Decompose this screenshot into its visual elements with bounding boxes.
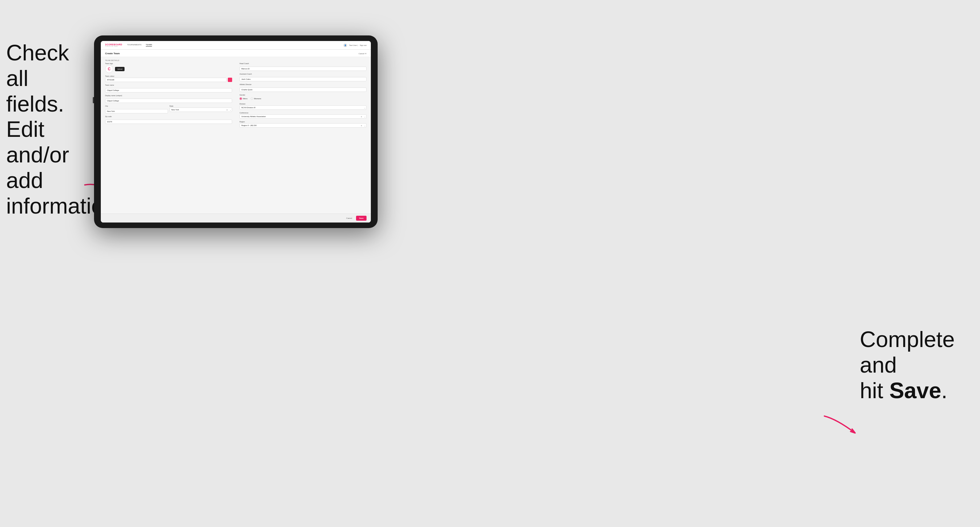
display-name-field: Display name (unique) [105, 95, 232, 103]
annotation-punct: . [941, 378, 947, 403]
assistant-coach-label: Assistant Coach [240, 73, 366, 75]
city-field: City [105, 105, 168, 113]
gender-womens-label: Womens [254, 98, 261, 100]
assistant-coach-field: Assistant Coach [240, 73, 366, 81]
state-label: State [170, 105, 232, 107]
arrow-right-icon [821, 413, 864, 438]
nav-link-teams[interactable]: TEAMS [146, 44, 152, 46]
team-colour-label: Team colour [105, 75, 232, 77]
color-swatch [228, 78, 232, 82]
radio-womens-dot [251, 97, 253, 100]
gender-radio-group: Mens Womens [240, 97, 366, 101]
region-field: Region Region II - (M) DIII ✕ ⌄ [240, 121, 366, 128]
city-state-row: City State New York ✕ ⌄ [105, 105, 232, 113]
conference-select-wrapper: University Athletic Association ✕ ⌄ [240, 114, 366, 119]
tablet-side-button [93, 97, 94, 103]
state-select[interactable]: New York [170, 108, 232, 112]
state-select-wrapper: New York ✕ ⌄ [170, 108, 232, 112]
region-label: Region [240, 121, 366, 123]
athletic-director-field: Athletic Director [240, 84, 366, 92]
team-name-input[interactable] [105, 88, 232, 92]
region-select[interactable]: Region II - (M) DIII [240, 123, 366, 128]
head-coach-label: Head Coach [240, 63, 366, 64]
gender-womens-option[interactable]: Womens [251, 97, 261, 100]
logo-area: C Upload [105, 65, 232, 73]
upload-label: Upload [117, 68, 123, 70]
gender-label: Gender [240, 94, 366, 96]
conference-field: Conference University Athletic Associati… [240, 112, 366, 119]
section-label: TEAM DETAILS [101, 57, 371, 63]
avatar: 👤 [344, 43, 347, 47]
city-input[interactable] [105, 109, 168, 113]
region-select-wrapper: Region II - (M) DIII ✕ ⌄ [240, 123, 366, 128]
form-header: Create Team Cancel ✕ [101, 49, 371, 57]
city-label: City [105, 105, 168, 107]
athletic-director-input[interactable] [240, 87, 366, 92]
sign-out-link[interactable]: Sign out [360, 44, 366, 46]
team-name-label: Team name [105, 84, 232, 86]
assistant-coach-input[interactable] [240, 77, 366, 81]
team-colour-input[interactable] [105, 78, 227, 82]
zip-label: Zip code [105, 116, 232, 117]
gender-mens-label: Mens [243, 98, 248, 100]
annotation-right: Complete and hit Save. [860, 327, 971, 403]
cancel-header-label: Cancel [358, 53, 364, 54]
save-button[interactable]: Save [356, 216, 366, 221]
division-label: Division [240, 103, 366, 105]
gender-field: Gender Mens Womens [240, 94, 366, 101]
content-area: Team logo C Upload Team colour [101, 63, 371, 214]
annotation-left: Check all fields. Edit and/or add inform… [6, 40, 92, 219]
save-label: Save [359, 217, 363, 219]
logo-letter: C [108, 67, 111, 71]
upload-button[interactable]: Upload [115, 67, 124, 71]
cancel-footer-button[interactable]: Cancel [344, 216, 354, 220]
cancel-header-button[interactable]: Cancel ✕ [358, 52, 366, 54]
color-input-row [105, 78, 232, 82]
team-logo-label: Team logo [105, 63, 232, 64]
form-title: Create Team [105, 52, 119, 55]
division-select[interactable]: NCAA Division III [240, 105, 366, 110]
form-right-column: Head Coach Assistant Coach Athletic Dire… [236, 63, 366, 130]
conference-select[interactable]: University Athletic Association [240, 114, 366, 119]
form-grid: Team logo C Upload Team colour [101, 63, 371, 130]
division-select-wrapper: NCAA Division III ⌄ [240, 105, 366, 110]
annotation-save-word: Save [889, 378, 941, 403]
team-logo-circle: C [105, 65, 113, 73]
gender-mens-option[interactable]: Mens [240, 97, 248, 100]
athletic-director-label: Athletic Director [240, 84, 366, 86]
close-icon: ✕ [365, 52, 366, 54]
form-left-column: Team logo C Upload Team colour [105, 63, 236, 130]
zip-input[interactable] [105, 119, 232, 124]
annotation-right-line2: hit [860, 378, 889, 403]
head-coach-field: Head Coach [240, 63, 366, 71]
radio-mens-dot [240, 97, 242, 100]
team-logo-field: Team logo C Upload [105, 63, 232, 73]
zip-code-field: Zip code [105, 116, 232, 124]
display-name-input[interactable] [105, 98, 232, 103]
display-name-label: Display name (unique) [105, 95, 232, 97]
nav-link-tournaments[interactable]: TOURNAMENTS [127, 44, 142, 46]
nav-logo: SCOREBOARD Powered by clippd [105, 43, 123, 47]
navbar: SCOREBOARD Powered by clippd TOURNAMENTS… [101, 41, 371, 49]
state-field: State New York ✕ ⌄ [170, 105, 232, 113]
tablet-screen: SCOREBOARD Powered by clippd TOURNAMENTS… [101, 41, 371, 222]
nav-links: TOURNAMENTS TEAMS [127, 44, 152, 46]
annotation-line2: Edit and/or add [6, 117, 69, 193]
team-name-field: Team name [105, 84, 232, 92]
nav-right: 👤 Test User | Sign out [344, 43, 366, 47]
cancel-footer-label: Cancel [346, 217, 352, 219]
nav-logo-sub: Powered by clippd [105, 46, 123, 47]
annotation-right-line1: Complete and [860, 327, 955, 377]
division-field: Division NCAA Division III ⌄ [240, 103, 366, 110]
form-footer: Cancel Save [101, 214, 371, 222]
conference-label: Conference [240, 112, 366, 114]
team-colour-field: Team colour [105, 75, 232, 82]
tablet-frame: SCOREBOARD Powered by clippd TOURNAMENTS… [94, 35, 378, 228]
head-coach-input[interactable] [240, 67, 366, 71]
annotation-line1: Check all fields. [6, 40, 69, 116]
nav-user-name: Test User | [349, 44, 358, 46]
